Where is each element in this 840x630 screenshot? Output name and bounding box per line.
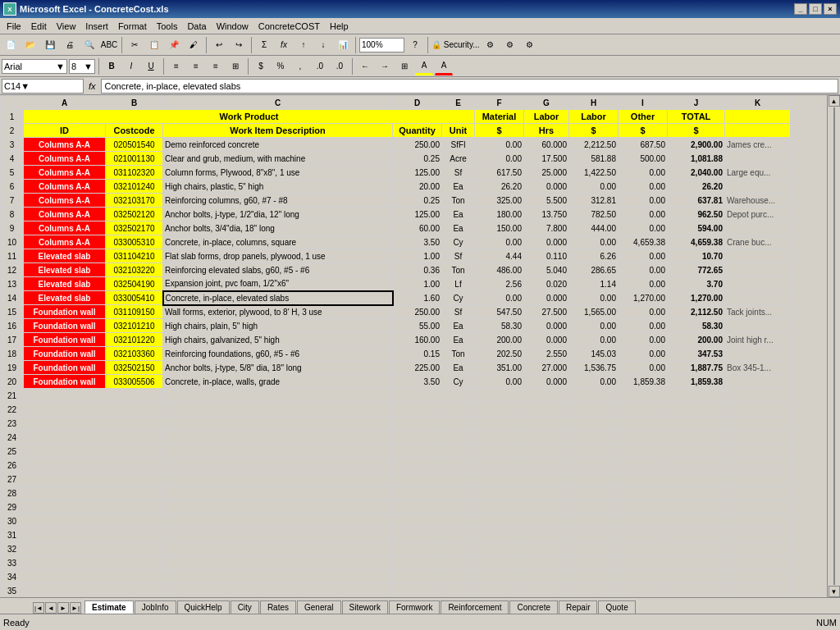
cell-A29[interactable]: [24, 500, 106, 514]
cell-E14[interactable]: Cy: [442, 291, 475, 305]
cell-D24[interactable]: [393, 431, 442, 445]
cell-G5[interactable]: 25.000: [524, 166, 569, 180]
cell-C35[interactable]: [163, 584, 393, 598]
cell-B8[interactable]: 032502120: [106, 208, 163, 221]
cell-J8[interactable]: 962.50: [668, 208, 725, 221]
sort-asc-btn[interactable]: ↑: [294, 36, 313, 54]
indent-inc-btn[interactable]: →: [376, 57, 394, 75]
hdr-labor-hrs[interactable]: Hrs: [524, 124, 569, 138]
cell-I33[interactable]: [619, 556, 668, 570]
cell-G30[interactable]: [524, 514, 569, 528]
cell-G27[interactable]: [524, 472, 569, 486]
cell-J30[interactable]: [668, 514, 725, 528]
cell-H17[interactable]: 0.00: [569, 333, 619, 347]
cell-I8[interactable]: 0.00: [619, 208, 668, 221]
cell-I27[interactable]: [619, 472, 668, 486]
cell-H32[interactable]: [569, 542, 619, 556]
cell-D20[interactable]: 3.50: [393, 375, 442, 389]
cell-C30[interactable]: [163, 514, 393, 528]
cell-B28[interactable]: [106, 486, 163, 500]
cell-I7[interactable]: 0.00: [619, 194, 668, 208]
cell-F13[interactable]: 2.56: [475, 277, 524, 291]
cell-D8[interactable]: 125.00: [393, 208, 442, 221]
cell-B31[interactable]: [106, 528, 163, 542]
menu-item-tools[interactable]: Tools: [152, 20, 183, 33]
cell-E3[interactable]: SfFl: [442, 138, 475, 152]
align-center-btn[interactable]: ≡: [187, 57, 205, 75]
tab-first-btn[interactable]: |◄: [33, 602, 44, 614]
cell-C15[interactable]: Wall forms, exterior, plywood, to 8' H, …: [163, 305, 393, 319]
cell-H28[interactable]: [569, 486, 619, 500]
col-header-I[interactable]: I: [619, 96, 668, 110]
formula-input[interactable]: Concrete, in-place, elevated slabs: [101, 79, 838, 94]
cell-J11[interactable]: 10.70: [668, 249, 725, 263]
cell-D25[interactable]: [393, 445, 442, 459]
cell-B33[interactable]: [106, 556, 163, 570]
cell-K14[interactable]: [725, 291, 791, 305]
cell-G12[interactable]: 5.040: [524, 263, 569, 277]
hdr-work-product[interactable]: Work Product: [24, 110, 475, 124]
cell-A16[interactable]: Foundation wall: [24, 319, 106, 333]
cell-C25[interactable]: [163, 445, 393, 459]
extra-btn2[interactable]: ⚙: [501, 36, 519, 54]
cell-K29[interactable]: [725, 500, 791, 514]
cell-C23[interactable]: [163, 417, 393, 431]
cell-D35[interactable]: [393, 584, 442, 598]
cell-E11[interactable]: Sf: [442, 249, 475, 263]
cell-D11[interactable]: 1.00: [393, 249, 442, 263]
cell-A17[interactable]: Foundation wall: [24, 333, 106, 347]
cell-I16[interactable]: 0.00: [619, 319, 668, 333]
cell-J15[interactable]: 2,112.50: [668, 305, 725, 319]
cell-D10[interactable]: 3.50: [393, 235, 442, 249]
cell-B6[interactable]: 032101240: [106, 180, 163, 194]
cell-I25[interactable]: [619, 445, 668, 459]
cell-E18[interactable]: Ton: [442, 347, 475, 361]
cell-G31[interactable]: [524, 528, 569, 542]
cell-C18[interactable]: Reinforcing foundations, g60, #5 - #6: [163, 347, 393, 361]
cell-E12[interactable]: Ton: [442, 263, 475, 277]
cell-F20[interactable]: 0.00: [475, 375, 524, 389]
decimal-inc-btn[interactable]: .0: [311, 57, 329, 75]
cut-btn[interactable]: ✂: [126, 36, 144, 54]
cell-B26[interactable]: [106, 459, 163, 472]
save-btn[interactable]: 💾: [41, 36, 59, 54]
cell-D19[interactable]: 225.00: [393, 361, 442, 375]
cell-D14[interactable]: 1.60: [393, 291, 442, 305]
cell-H24[interactable]: [569, 431, 619, 445]
cell-E29[interactable]: [442, 500, 475, 514]
cell-B22[interactable]: [106, 403, 163, 417]
cell-G28[interactable]: [524, 486, 569, 500]
cell-K19[interactable]: Box 345-1...: [725, 361, 791, 375]
cell-K6[interactable]: [725, 180, 791, 194]
cell-G25[interactable]: [524, 445, 569, 459]
cell-D3[interactable]: 250.00: [393, 138, 442, 152]
redo-btn[interactable]: ↪: [230, 36, 248, 54]
cell-B20[interactable]: 033005506: [106, 375, 163, 389]
cell-J28[interactable]: [668, 486, 725, 500]
cell-J16[interactable]: 58.30: [668, 319, 725, 333]
cell-C9[interactable]: Anchor bolts, 3/4"dia, 18" long: [163, 221, 393, 235]
cell-J10[interactable]: 4,659.38: [668, 235, 725, 249]
cell-E6[interactable]: Ea: [442, 180, 475, 194]
cell-C17[interactable]: High chairs, galvanized, 5" high: [163, 333, 393, 347]
cell-C6[interactable]: High chairs, plastic, 5" high: [163, 180, 393, 194]
cell-J24[interactable]: [668, 431, 725, 445]
cell-D13[interactable]: 1.00: [393, 277, 442, 291]
cell-F3[interactable]: 0.00: [475, 138, 524, 152]
col-header-J[interactable]: J: [668, 96, 725, 110]
cell-D22[interactable]: [393, 403, 442, 417]
cell-E33[interactable]: [442, 556, 475, 570]
cell-D31[interactable]: [393, 528, 442, 542]
cell-E24[interactable]: [442, 431, 475, 445]
cell-F26[interactable]: [475, 459, 524, 472]
col-header-K[interactable]: K: [725, 96, 791, 110]
cell-I3[interactable]: 687.50: [619, 138, 668, 152]
cell-C33[interactable]: [163, 556, 393, 570]
cell-I17[interactable]: 0.00: [619, 333, 668, 347]
extra-btn3[interactable]: ⚙: [521, 36, 539, 54]
cell-C4[interactable]: Clear and grub, medium, with machine: [163, 152, 393, 166]
cell-C28[interactable]: [163, 486, 393, 500]
cell-J6[interactable]: 26.20: [668, 180, 725, 194]
cell-B3[interactable]: 020501540: [106, 138, 163, 152]
cell-B7[interactable]: 032103170: [106, 194, 163, 208]
